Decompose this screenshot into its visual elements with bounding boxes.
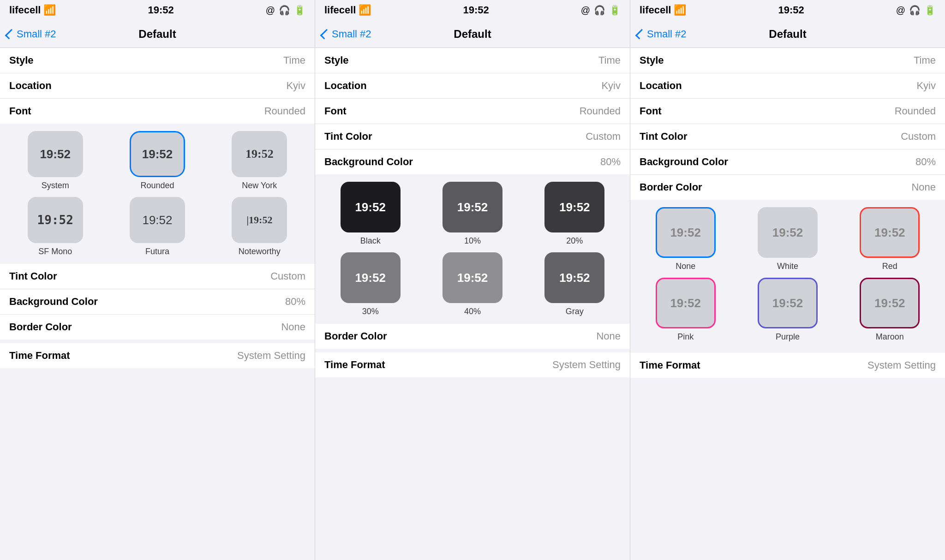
battery-icon-2: 🔋 bbox=[609, 5, 621, 16]
tint-row-3[interactable]: Tint Color Custom bbox=[630, 124, 945, 149]
color-item-10[interactable]: 19:52 10% bbox=[425, 182, 520, 246]
border-item-red[interactable]: 19:52 Red bbox=[842, 207, 938, 271]
color-name-gray: Gray bbox=[566, 307, 584, 316]
font-item-futura[interactable]: 19:52 Futura bbox=[109, 197, 205, 256]
status-right-2: @ 🎧 🔋 bbox=[581, 5, 621, 16]
font-grid-1: 19:52 System 19:52 Rounded 19:52 New Yor… bbox=[0, 124, 315, 264]
color-preview-20[interactable]: 19:52 bbox=[544, 182, 604, 232]
back-button-1[interactable]: Small #2 bbox=[7, 28, 56, 40]
tint-value-2: Custom bbox=[586, 131, 621, 143]
back-label-2[interactable]: Small #2 bbox=[332, 28, 371, 40]
border-preview-maroon[interactable]: 19:52 bbox=[860, 278, 920, 328]
color-preview-10[interactable]: 19:52 bbox=[443, 182, 502, 232]
font-item-noteworthy[interactable]: |19:52 Noteworthy bbox=[212, 197, 307, 256]
bordercolor-row-1[interactable]: Border Color None bbox=[0, 315, 315, 340]
font-row-3[interactable]: Font Rounded bbox=[630, 99, 945, 124]
timeformat-row-3[interactable]: Time Format System Setting bbox=[630, 353, 945, 378]
color-item-40[interactable]: 19:52 40% bbox=[425, 252, 520, 316]
settings-list-last-3: Time Format System Setting bbox=[630, 353, 945, 378]
panel-1: Small #2 Default Style Time Location Kyi… bbox=[0, 20, 315, 560]
font-item-system[interactable]: 19:52 System bbox=[7, 131, 103, 191]
font-item-newyork[interactable]: 19:52 New York bbox=[212, 131, 307, 191]
headphone-icon-3: 🎧 bbox=[909, 5, 921, 16]
nav-bar-2: Small #2 Default bbox=[315, 20, 630, 48]
settings-list-bottom-1: Tint Color Custom Background Color 80% B… bbox=[0, 264, 315, 340]
location-row-2[interactable]: Location Kyiv bbox=[315, 73, 630, 99]
tint-label-2: Tint Color bbox=[324, 131, 372, 143]
border-item-purple[interactable]: 19:52 Purple bbox=[740, 278, 835, 342]
border-preview-pink[interactable]: 19:52 bbox=[656, 278, 716, 328]
font-preview-futura[interactable]: 19:52 bbox=[130, 197, 185, 243]
font-value-1: Rounded bbox=[264, 105, 305, 117]
color-preview-black[interactable]: 19:52 bbox=[341, 182, 401, 232]
border-name-white: White bbox=[777, 262, 798, 271]
color-preview-30[interactable]: 19:52 bbox=[341, 252, 401, 303]
nav-title-3: Default bbox=[769, 28, 806, 41]
back-button-3[interactable]: Small #2 bbox=[638, 28, 687, 40]
border-preview-red[interactable]: 19:52 bbox=[860, 207, 920, 258]
border-item-none[interactable]: 19:52 None bbox=[638, 207, 733, 271]
tint-value-1: Custom bbox=[270, 270, 305, 282]
color-preview-gray[interactable]: 19:52 bbox=[544, 252, 604, 303]
location-row-3[interactable]: Location Kyiv bbox=[630, 73, 945, 99]
border-item-pink[interactable]: 19:52 Pink bbox=[638, 278, 733, 342]
bgcolor-row-3[interactable]: Background Color 80% bbox=[630, 149, 945, 175]
color-name-10: 10% bbox=[464, 236, 481, 246]
color-item-30[interactable]: 19:52 30% bbox=[323, 252, 418, 316]
font-preview-system[interactable]: 19:52 bbox=[28, 131, 83, 177]
status-bar: lifecell 📶 19:52 @ 🎧 🔋 lifecell 📶 19:52 … bbox=[0, 0, 945, 20]
location-value-3: Kyiv bbox=[916, 80, 936, 92]
bordercolor-row-3[interactable]: Border Color None bbox=[630, 175, 945, 200]
color-item-black[interactable]: 19:52 Black bbox=[323, 182, 418, 246]
timeformat-row-1[interactable]: Time Format System Setting bbox=[0, 343, 315, 368]
timeformat-value-1: System Setting bbox=[237, 350, 305, 362]
back-label-1[interactable]: Small #2 bbox=[17, 28, 56, 40]
font-preview-rounded[interactable]: 19:52 bbox=[130, 131, 185, 177]
back-button-2[interactable]: Small #2 bbox=[323, 28, 371, 40]
style-row-2[interactable]: Style Time bbox=[315, 48, 630, 73]
color-item-gray[interactable]: 19:52 Gray bbox=[527, 252, 622, 316]
bgcolor-row-1[interactable]: Background Color 80% bbox=[0, 289, 315, 315]
bordercolor-row-2[interactable]: Border Color None bbox=[315, 324, 630, 349]
carrier-2: lifecell bbox=[324, 4, 356, 16]
style-value-2: Time bbox=[598, 54, 621, 66]
bordercolor-value-1: None bbox=[281, 321, 305, 333]
location-row-1[interactable]: Location Kyiv bbox=[0, 73, 315, 99]
border-preview-purple[interactable]: 19:52 bbox=[758, 278, 818, 328]
font-item-sfmono[interactable]: 19:52 SF Mono bbox=[7, 197, 103, 256]
font-item-rounded[interactable]: 19:52 Rounded bbox=[109, 131, 205, 191]
nav-title-2: Default bbox=[454, 28, 491, 41]
font-preview-sfmono[interactable]: 19:52 bbox=[28, 197, 83, 243]
border-preview-white[interactable]: 19:52 bbox=[758, 207, 818, 258]
font-preview-noteworthy[interactable]: |19:52 bbox=[232, 197, 287, 243]
wifi-icon-2: 📶 bbox=[359, 4, 371, 16]
status-right-1: @ 🎧 🔋 bbox=[266, 5, 305, 16]
bgcolor-label-1: Background Color bbox=[9, 296, 98, 308]
color-preview-40[interactable]: 19:52 bbox=[443, 252, 502, 303]
settings-list-top-1: Style Time Location Kyiv Font Rounded bbox=[0, 48, 315, 124]
border-item-white[interactable]: 19:52 White bbox=[740, 207, 835, 271]
timeformat-label-1: Time Format bbox=[9, 350, 70, 362]
font-preview-newyork[interactable]: 19:52 bbox=[232, 131, 287, 177]
back-label-3[interactable]: Small #2 bbox=[647, 28, 687, 40]
color-name-20: 20% bbox=[566, 236, 583, 246]
tint-row-2[interactable]: Tint Color Custom bbox=[315, 124, 630, 149]
font-row-1[interactable]: Font Rounded bbox=[0, 99, 315, 124]
style-row-1[interactable]: Style Time bbox=[0, 48, 315, 73]
border-preview-none[interactable]: 19:52 bbox=[656, 207, 716, 258]
panel-2: Small #2 Default Style Time Location Kyi… bbox=[315, 20, 630, 560]
bordercolor-label-2: Border Color bbox=[324, 330, 387, 342]
font-name-futura: Futura bbox=[145, 247, 169, 256]
style-row-3[interactable]: Style Time bbox=[630, 48, 945, 73]
tint-row-1[interactable]: Tint Color Custom bbox=[0, 264, 315, 289]
timeformat-row-2[interactable]: Time Format System Setting bbox=[315, 352, 630, 377]
nav-bar-1: Small #2 Default bbox=[0, 20, 315, 48]
carrier-1: lifecell bbox=[9, 4, 41, 16]
timeformat-label-2: Time Format bbox=[324, 359, 385, 371]
settings-list-last-2: Time Format System Setting bbox=[315, 352, 630, 377]
bgcolor-row-2[interactable]: Background Color 80% bbox=[315, 149, 630, 174]
font-row-2[interactable]: Font Rounded bbox=[315, 99, 630, 124]
headphone-icon-1: 🎧 bbox=[279, 5, 290, 16]
color-item-20[interactable]: 19:52 20% bbox=[527, 182, 622, 246]
border-item-maroon[interactable]: 19:52 Maroon bbox=[842, 278, 938, 342]
